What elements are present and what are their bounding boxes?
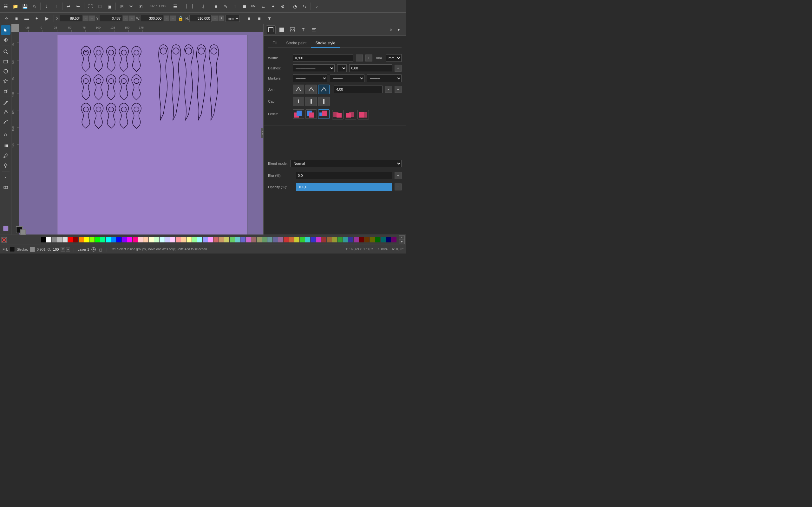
distribute-button[interactable]: ⎹ <box>180 2 189 11</box>
tab-stroke-style-section[interactable]: Stroke style <box>311 39 340 48</box>
unit-select[interactable]: mmpxcmin <box>225 15 240 22</box>
palette-swatch[interactable] <box>338 237 343 242</box>
align-button[interactable]: ☰ <box>171 2 180 11</box>
palette-swatch[interactable] <box>208 237 213 242</box>
text-tool[interactable]: A <box>1 129 10 139</box>
join-value-input[interactable] <box>334 86 383 93</box>
node-icon[interactable]: ■ <box>212 2 220 11</box>
layers-icon[interactable]: ▱ <box>259 2 268 11</box>
palette-swatch[interactable] <box>133 237 138 242</box>
width-unit-select[interactable]: mmpxcm <box>386 54 402 62</box>
spray-tool[interactable]: · <box>1 172 10 182</box>
palette-swatch[interactable] <box>176 237 181 242</box>
undo-button[interactable]: ↩ <box>64 2 73 11</box>
snap-icon[interactable]: ⚙ <box>2 14 11 23</box>
cap-butt-icon[interactable] <box>293 97 304 106</box>
fill-icon[interactable]: ◼ <box>240 2 249 11</box>
palette-swatch[interactable] <box>79 237 84 242</box>
palette-swatch[interactable] <box>84 237 89 242</box>
palette-swatch[interactable] <box>219 237 224 242</box>
snap2-icon[interactable]: ■ <box>12 14 21 23</box>
snap4-icon[interactable]: ✦ <box>32 14 41 23</box>
palette-swatch[interactable] <box>332 237 337 242</box>
dashes-plus-btn[interactable]: + <box>395 65 402 72</box>
palette-swatch[interactable] <box>127 237 132 242</box>
eraser-tool[interactable] <box>1 182 10 192</box>
measurements-icon[interactable]: ⇆ <box>300 2 309 11</box>
canvas-content[interactable] <box>19 32 263 234</box>
save-button[interactable]: 💾 <box>20 2 29 11</box>
palette-swatch[interactable] <box>278 237 283 242</box>
zoom-draw-button[interactable]: ▣ <box>105 2 114 11</box>
palette-swatch[interactable] <box>57 237 62 242</box>
pencil-tool[interactable] <box>1 98 10 107</box>
palette-swatch[interactable] <box>348 237 353 242</box>
y-minus-btn[interactable]: − <box>123 15 129 21</box>
palette-swatch[interactable] <box>375 237 380 242</box>
palette-swatch[interactable] <box>273 237 278 242</box>
markers-mid-select[interactable]: ──── <box>330 74 364 82</box>
node-tool[interactable] <box>1 35 10 45</box>
blur-input[interactable] <box>296 172 392 179</box>
palette-swatch[interactable] <box>289 237 294 242</box>
palette-swatch[interactable] <box>100 237 105 242</box>
w-input[interactable] <box>141 15 163 22</box>
palette-swatch[interactable] <box>380 237 386 242</box>
lock-proportions-icon[interactable]: 🔒 <box>177 15 184 22</box>
palette-swatch[interactable] <box>241 237 246 242</box>
blend-mode-select[interactable]: Normal Multiply Screen Overlay <box>290 160 402 167</box>
palette-down-btn[interactable]: ▼ <box>399 240 405 244</box>
expand-icon[interactable]: › <box>312 2 321 11</box>
w-minus-btn[interactable]: − <box>164 15 169 21</box>
palette-swatch[interactable] <box>68 237 73 242</box>
palette-swatch[interactable] <box>143 237 148 242</box>
y-input[interactable] <box>100 15 122 22</box>
calligraphy-tool[interactable] <box>1 118 10 127</box>
palette-swatch[interactable] <box>359 237 364 242</box>
palette-swatch[interactable] <box>262 237 267 242</box>
y-plus-btn[interactable]: + <box>129 15 135 21</box>
align-v-button[interactable]: ⎸ <box>190 2 199 11</box>
more-btn[interactable]: ▼ <box>265 14 274 23</box>
opacity-up-btn[interactable]: ▲ <box>66 247 70 251</box>
copy-button[interactable]: ⎘ <box>117 2 126 11</box>
order-marker-over-stroke-icon[interactable] <box>318 109 329 119</box>
export-button[interactable]: ↑ <box>52 2 61 11</box>
stroke-color-swatch[interactable] <box>20 229 26 235</box>
tab-fill[interactable] <box>277 25 287 34</box>
layer-icon[interactable] <box>91 247 96 252</box>
palette-swatch[interactable] <box>294 237 299 242</box>
palette-swatch[interactable] <box>316 237 321 242</box>
palette-swatch[interactable] <box>106 237 111 242</box>
h-plus-btn[interactable]: + <box>218 15 224 21</box>
palette-swatch[interactable] <box>170 237 175 242</box>
new-button[interactable]: ☵ <box>1 2 10 11</box>
palette-swatch[interactable] <box>192 237 197 242</box>
tab-image[interactable] <box>288 25 297 34</box>
palette-swatch[interactable] <box>392 237 397 242</box>
xml-icon[interactable]: XML <box>250 2 258 11</box>
palette-swatch[interactable] <box>364 237 369 242</box>
color-picker-icon[interactable]: ◔ <box>291 2 299 11</box>
palette-swatch[interactable] <box>90 237 95 242</box>
tab-stroke-style[interactable] <box>266 25 275 34</box>
panel-close-btn[interactable]: ✕ <box>390 27 393 32</box>
palette-swatch[interactable] <box>95 237 100 242</box>
palette-swatch[interactable] <box>284 237 289 242</box>
order-fill-over-stroke-icon[interactable] <box>293 109 304 119</box>
transform2-icon[interactable]: ■ <box>255 14 264 23</box>
palette-swatch[interactable] <box>267 237 272 242</box>
w-plus-btn[interactable]: + <box>170 15 176 21</box>
palette-swatch[interactable] <box>41 237 46 242</box>
palette-swatch[interactable] <box>213 237 218 242</box>
opacity-down-btn[interactable]: ▼ <box>61 247 65 251</box>
align-h-button[interactable]: ⎷ <box>199 2 208 11</box>
join-plus-btn[interactable]: + <box>395 86 402 93</box>
dashes-type-select[interactable]: ▾ <box>337 64 347 72</box>
lock-layer-icon[interactable] <box>98 247 103 252</box>
palette-swatch[interactable] <box>370 237 375 242</box>
tab-align[interactable] <box>309 25 319 34</box>
cut-button[interactable]: ✂ <box>127 2 136 11</box>
tab-fill-section[interactable]: Fill <box>268 39 282 48</box>
x-input[interactable] <box>60 15 82 22</box>
